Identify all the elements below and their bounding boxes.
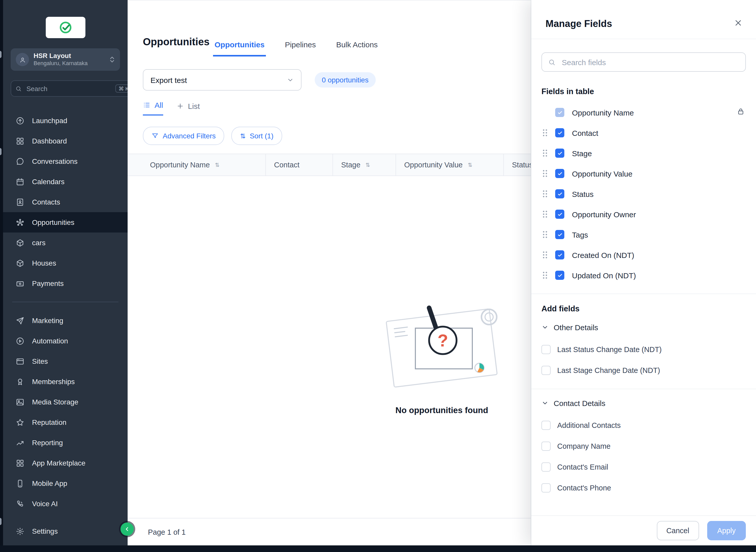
field-checkbox[interactable] [555, 271, 564, 280]
cancel-button[interactable]: Cancel [656, 521, 699, 540]
panel-divider [531, 389, 756, 389]
sidebar-item-launchpad[interactable]: Launchpad [3, 110, 128, 131]
account-name: HSR Layout [33, 52, 105, 60]
sidebar-item-conversations[interactable]: Conversations [3, 151, 128, 171]
sidebar-item-app-marketplace[interactable]: App Marketplace [3, 453, 128, 473]
sidebar-item-mobile-app[interactable]: Mobile App [3, 473, 128, 494]
select-chevrons-icon [109, 55, 115, 63]
sidebar-item-voice-ai[interactable]: Voice AI [3, 494, 128, 514]
field-checkbox[interactable] [555, 149, 564, 158]
drag-handle-icon[interactable] [541, 271, 549, 280]
advanced-filters-button[interactable]: Advanced Filters [143, 127, 224, 145]
field-label: Updated On (NDT) [572, 271, 636, 280]
sidebar-search-input[interactable] [25, 84, 112, 93]
sidebar-item-marketing[interactable]: Marketing [3, 310, 128, 331]
sidebar-item-contacts[interactable]: Contacts [3, 192, 128, 212]
add-field-label: Company Name [557, 442, 611, 450]
sidebar-item-memberships[interactable]: Memberships [3, 371, 128, 392]
drag-handle-icon[interactable] [541, 250, 549, 260]
sidebar-item-opportunities[interactable]: Opportunities [3, 212, 128, 233]
svg-text:?: ? [437, 331, 448, 350]
close-button[interactable] [734, 18, 743, 29]
search-icon [548, 58, 556, 66]
field-checkbox[interactable] [541, 366, 551, 375]
field-row-opportunity-name: Opportunity Name [531, 102, 756, 123]
opportunity-count-badge: 0 opportunities [315, 72, 376, 88]
field-checkbox[interactable] [555, 169, 564, 178]
drag-handle-icon[interactable] [541, 149, 549, 158]
account-avatar [16, 53, 29, 66]
view-tab-label: All [155, 101, 163, 109]
field-checkbox[interactable] [541, 345, 551, 354]
field-checkbox[interactable] [541, 462, 551, 471]
drag-handle-icon[interactable] [541, 189, 549, 198]
sidebar-item-label: Calendars [32, 177, 64, 186]
sidebar-item-label: Houses [32, 259, 56, 267]
field-checkbox[interactable] [555, 250, 564, 260]
sidebar-item-label: Marketing [32, 316, 63, 324]
tab-pipelines[interactable]: Pipelines [284, 40, 318, 56]
sidebar-item-label: Settings [32, 527, 58, 535]
drag-handle-icon[interactable] [541, 169, 549, 178]
field-checkbox[interactable] [555, 128, 564, 137]
column-header-opportunity-value[interactable]: Opportunity Value⇅ [396, 154, 504, 175]
grid-icon [16, 459, 24, 467]
drag-handle-icon[interactable] [541, 230, 549, 239]
sidebar-item-houses[interactable]: Houses [3, 253, 128, 273]
pipeline-select[interactable]: Export test [143, 69, 302, 91]
group-other-details[interactable]: Other Details [531, 315, 756, 339]
sidebar-item-cars[interactable]: cars [3, 233, 128, 253]
funnel-icon [152, 132, 159, 139]
sidebar-item-reputation[interactable]: Reputation [3, 412, 128, 432]
sidebar-search[interactable]: ⌘ K [11, 81, 128, 97]
fields-search[interactable] [541, 52, 746, 72]
sidebar-item-label: Sites [32, 357, 48, 365]
add-field-label: Last Status Change Date (NDT) [557, 345, 662, 353]
apply-button[interactable]: Apply [707, 521, 746, 540]
fields-in-table-list: Opportunity Name Contact Stage Opportuni… [531, 102, 756, 285]
sidebar-item-settings[interactable]: Settings [3, 521, 128, 541]
sidebar-item-sites[interactable]: Sites [3, 351, 128, 371]
view-tab-all[interactable]: All [143, 101, 163, 116]
launchpad-icon [16, 116, 24, 125]
left-rail [0, 0, 3, 552]
sidebar-collapse-button[interactable] [121, 523, 134, 536]
sidebar-item-dashboard[interactable]: Dashboard [3, 131, 128, 151]
sidebar-item-media-storage[interactable]: Media Storage [3, 392, 128, 412]
field-checkbox[interactable] [555, 210, 564, 219]
field-checkbox[interactable] [555, 230, 564, 239]
tab-bulk-actions[interactable]: Bulk Actions [335, 40, 379, 56]
sidebar-search-row: ⌘ K [11, 81, 120, 97]
panel-divider [531, 294, 756, 294]
group-label: Other Details [554, 323, 598, 331]
field-row-contact: Contact [531, 123, 756, 143]
plus-icon [176, 102, 184, 110]
view-tab-add-list[interactable]: List [176, 102, 200, 116]
field-checkbox[interactable] [555, 189, 564, 198]
column-header-opportunity-name[interactable]: Opportunity Name⇅ [128, 154, 266, 175]
drag-handle-icon[interactable] [541, 210, 549, 219]
sort-button[interactable]: ⇅ Sort (1) [232, 127, 282, 145]
sidebar-item-calendars[interactable]: Calendars [3, 171, 128, 192]
field-checkbox[interactable] [541, 441, 551, 450]
drag-handle-icon[interactable] [541, 128, 549, 137]
pipeline-select-value: Export test [151, 76, 287, 84]
field-row-opportunity-owner: Opportunity Owner [531, 204, 756, 224]
column-header-contact[interactable]: Contact [266, 154, 333, 175]
field-label: Opportunity Owner [572, 210, 636, 219]
field-checkbox[interactable] [541, 420, 551, 430]
account-switcher[interactable]: HSR Layout Bengaluru, Karnataka [11, 48, 120, 71]
add-fields-heading: Add fields [541, 304, 746, 313]
panel-title: Manage Fields [546, 18, 744, 29]
panel-footer: Cancel Apply [531, 515, 756, 545]
tab-opportunities[interactable]: Opportunities [213, 40, 266, 56]
sidebar-item-reporting[interactable]: Reporting [3, 432, 128, 453]
column-header-stage[interactable]: Stage⇅ [333, 154, 396, 175]
field-label: Opportunity Name [572, 108, 634, 117]
fields-search-input[interactable] [561, 57, 739, 67]
manage-fields-panel: Manage Fields Fields in table Opportunit… [531, 0, 756, 545]
field-checkbox[interactable] [541, 483, 551, 492]
sidebar-item-payments[interactable]: Payments [3, 273, 128, 294]
sidebar-item-automation[interactable]: Automation [3, 331, 128, 351]
group-contact-details[interactable]: Contact Details [531, 391, 756, 415]
